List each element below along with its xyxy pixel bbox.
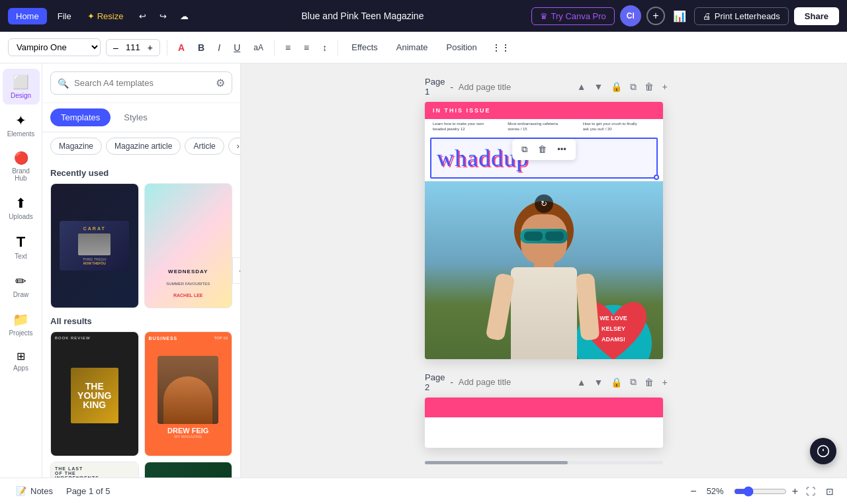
sidebar-item-apps[interactable]: ⊞ Apps bbox=[3, 345, 40, 377]
magazine-title-element[interactable]: ⧉ 🗑 ••• whaddup bbox=[430, 138, 658, 179]
page-add-button[interactable]: + bbox=[660, 79, 669, 94]
brand-hub-icon: 🔴 bbox=[14, 151, 28, 165]
page-1-title-input[interactable] bbox=[459, 82, 570, 92]
template-card-fauget[interactable]: FAUGET Lifestyle Magazine May 2021 10 bbox=[144, 462, 233, 478]
page2-add-button[interactable]: + bbox=[660, 375, 669, 390]
zoom-out-button[interactable]: − bbox=[690, 485, 696, 497]
cloud-save-button[interactable]: ☁ bbox=[175, 9, 194, 24]
page-delete-button[interactable]: 🗑 bbox=[643, 79, 656, 94]
analytics-button[interactable]: 📊 bbox=[670, 7, 689, 25]
page2-lock-button[interactable]: 🔒 bbox=[609, 375, 624, 390]
page-2-title-input[interactable] bbox=[459, 377, 570, 387]
avatar-button[interactable]: CI bbox=[620, 5, 641, 26]
decrease-font-size-button[interactable]: – bbox=[111, 41, 121, 54]
bold-button[interactable]: B bbox=[194, 40, 208, 56]
tab-templates[interactable]: Templates bbox=[50, 108, 111, 126]
canva-assistant-button[interactable] bbox=[810, 438, 836, 464]
undo-button[interactable]: ↩ bbox=[134, 9, 152, 24]
canvas-page-2[interactable] bbox=[425, 398, 663, 448]
add-profile-button[interactable]: + bbox=[646, 7, 665, 25]
canvas-delete-button[interactable]: 🗑 bbox=[534, 142, 551, 157]
draw-icon: ✏ bbox=[15, 273, 26, 289]
page-copy-button[interactable]: ⧉ bbox=[628, 79, 639, 95]
canvas-page-1[interactable]: IN THIS ISSUE Learn how to make your own… bbox=[425, 102, 663, 359]
filter-button[interactable]: ⚙ bbox=[216, 77, 225, 89]
chip-more[interactable]: › bbox=[228, 138, 240, 155]
search-input[interactable] bbox=[74, 78, 210, 88]
resize-button[interactable]: ✦ Resize bbox=[82, 9, 129, 24]
resize-handle[interactable] bbox=[654, 175, 659, 180]
crown-icon: ♛ bbox=[540, 11, 548, 21]
page-1-inner: IN THIS ISSUE Learn how to make your own… bbox=[425, 102, 663, 359]
sidebar-item-brand-hub[interactable]: 🔴 Brand Hub bbox=[3, 146, 40, 187]
page-up-button[interactable]: ▲ bbox=[575, 79, 588, 94]
page2-down-button[interactable]: ▼ bbox=[592, 375, 605, 390]
template-card-business[interactable]: BUSINESS TOP 10 DREW FEIG MY MAGAZINE bbox=[144, 331, 233, 456]
canvas-copy-button[interactable]: ⧉ bbox=[517, 142, 531, 157]
text-case-button[interactable]: aA bbox=[249, 40, 267, 55]
print-button[interactable]: 🖨 Print Letterheads bbox=[694, 7, 789, 25]
italic-button[interactable]: I bbox=[214, 40, 224, 56]
canvas-area[interactable]: Page 1 - ▲ ▼ 🔒 ⧉ 🗑 + IN THIS ISSUE bbox=[241, 63, 847, 478]
magazine-photo[interactable]: ↻ WE LOVE KELSEY ADAMS! bbox=[425, 181, 663, 359]
home-button[interactable]: Home bbox=[8, 8, 47, 24]
align-left-button[interactable]: ≡ bbox=[281, 40, 294, 56]
more-options-button[interactable]: ⋮⋮ bbox=[489, 40, 513, 56]
canvas-more-button[interactable]: ••• bbox=[553, 142, 570, 157]
zoom-slider[interactable] bbox=[734, 486, 787, 497]
template-card-wednesday[interactable]: WEDNESDAY SUMMER FAVOURITES RACHEL LEE bbox=[144, 183, 233, 308]
align-center-button[interactable]: ≡ bbox=[300, 40, 313, 56]
fullscreen-button[interactable]: ⛶ bbox=[803, 483, 818, 499]
zoom-in-button[interactable]: + bbox=[792, 485, 798, 497]
photo-rotate-handle[interactable]: ↻ bbox=[535, 194, 553, 213]
effects-button[interactable]: Effects bbox=[345, 39, 384, 56]
increase-font-size-button[interactable]: + bbox=[145, 41, 156, 54]
notes-button[interactable]: 📝 Notes bbox=[11, 483, 58, 499]
subtitle-2: Most embarrassing cafeteria stories / 15 bbox=[508, 122, 580, 132]
template-scroll: Recently used CARAT THING THEQUI HO bbox=[42, 160, 240, 478]
template-card-young-king[interactable]: BOOK REVIEW THEYOUNGKING bbox=[50, 331, 139, 456]
filter-chips: Magazine Magazine article Article › bbox=[42, 132, 240, 160]
text-color-button[interactable]: A bbox=[174, 40, 189, 56]
sidebar-item-projects[interactable]: 📁 Projects bbox=[3, 306, 40, 342]
share-button[interactable]: Share bbox=[794, 7, 839, 25]
design-icon: ⬜ bbox=[13, 74, 29, 90]
hide-panel-button[interactable]: ‹ bbox=[232, 257, 241, 284]
sidebar-item-draw[interactable]: ✏ Draw bbox=[3, 268, 40, 304]
chip-magazine[interactable]: Magazine bbox=[50, 138, 102, 155]
draw-label: Draw bbox=[13, 291, 28, 298]
page2-up-button[interactable]: ▲ bbox=[575, 375, 588, 390]
star-icon: ✦ bbox=[87, 11, 95, 21]
template-card-independents[interactable]: THE LASTOF THEINDEPENDENTS bbox=[50, 462, 139, 478]
page-lock-button[interactable]: 🔒 bbox=[609, 79, 624, 94]
chip-magazine-article[interactable]: Magazine article bbox=[106, 138, 181, 155]
sidebar-item-elements[interactable]: ✦ Elements bbox=[3, 107, 40, 143]
sidebar-item-design[interactable]: ⬜ Design bbox=[3, 69, 40, 105]
font-family-select[interactable]: Vampiro One bbox=[8, 38, 101, 56]
file-button[interactable]: File bbox=[52, 9, 77, 24]
apps-icon: ⊞ bbox=[17, 350, 25, 362]
try-pro-button[interactable]: ♛ Try Canva Pro bbox=[531, 7, 615, 25]
sidebar-item-text[interactable]: T Text bbox=[3, 228, 40, 265]
subtitle-1: Learn how to make your own beaded jewelr… bbox=[433, 122, 505, 132]
separator-1 bbox=[167, 40, 167, 56]
redo-button[interactable]: ↪ bbox=[154, 9, 172, 24]
present-button[interactable]: ⊡ bbox=[823, 483, 836, 499]
navbar-right: ♛ Try Canva Pro CI + 📊 🖨 Print Letterhea… bbox=[531, 5, 839, 26]
template-card-carat[interactable]: CARAT THING THEQUI HOW THEFOU bbox=[50, 183, 139, 308]
animate-button[interactable]: Animate bbox=[390, 39, 435, 56]
page-down-button[interactable]: ▼ bbox=[592, 79, 605, 94]
line-spacing-button[interactable]: ↕ bbox=[318, 40, 331, 56]
recently-used-title: Recently used bbox=[50, 168, 232, 178]
page2-copy-button[interactable]: ⧉ bbox=[628, 374, 639, 390]
magazine-header: IN THIS ISSUE bbox=[425, 102, 663, 119]
separator-2 bbox=[274, 40, 275, 56]
search-icon: 🔍 bbox=[58, 78, 69, 89]
page2-delete-button[interactable]: 🗑 bbox=[643, 375, 656, 390]
position-button[interactable]: Position bbox=[440, 39, 484, 56]
underline-button[interactable]: U bbox=[230, 40, 244, 56]
sidebar-item-uploads[interactable]: ⬆ Uploads bbox=[3, 190, 40, 226]
chip-article[interactable]: Article bbox=[185, 138, 224, 155]
tab-styles[interactable]: Styles bbox=[113, 108, 157, 126]
search-box: 🔍 ⚙ bbox=[50, 71, 232, 95]
